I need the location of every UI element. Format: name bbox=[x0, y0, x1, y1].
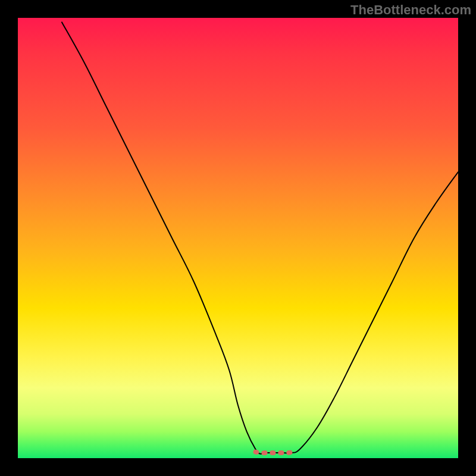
curve-layer bbox=[18, 18, 458, 458]
minimum-flat-segment bbox=[256, 451, 296, 453]
chart-frame: TheBottleneck.com bbox=[0, 0, 476, 476]
bottleneck-curve bbox=[62, 22, 458, 453]
attribution-text: TheBottleneck.com bbox=[350, 2, 471, 18]
plot-area bbox=[18, 18, 458, 458]
